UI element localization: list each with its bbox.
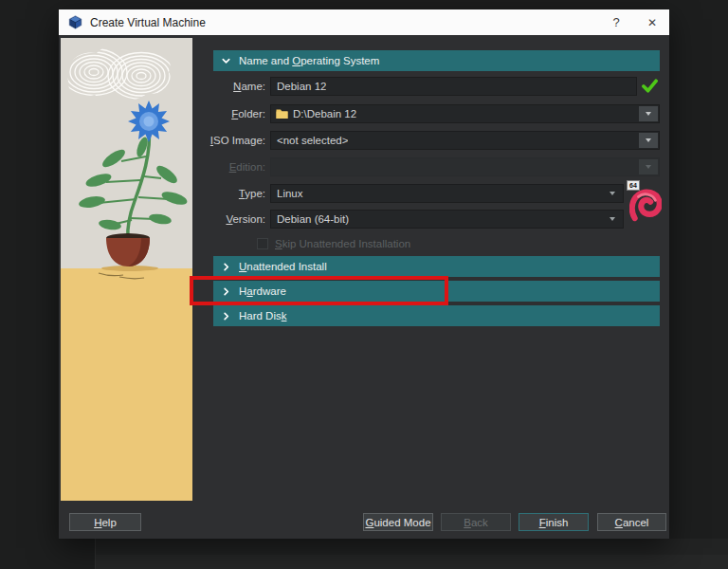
cancel-button[interactable]: Cancel: [597, 513, 666, 531]
edition-dropdown-button: [639, 159, 658, 174]
folder-value: D:\Debain 12: [288, 108, 356, 119]
section-header-name-os[interactable]: Name and Operating System: [213, 50, 660, 71]
chevron-down-icon: [221, 56, 231, 66]
background-window-edge: [95, 539, 96, 569]
section-label: Name and Operating System: [239, 55, 379, 66]
background-window-region: [95, 555, 728, 569]
version-value: Debian (64-bit): [271, 213, 349, 225]
type-dropdown-button[interactable]: [603, 186, 622, 201]
64bit-badge: 64: [627, 180, 640, 191]
skip-unattended-row: Skip Unattended Installation: [257, 237, 410, 250]
skip-unattended-checkbox: [257, 238, 268, 249]
section-label: Hard Disk: [239, 310, 286, 321]
virtualbox-logo-icon: [68, 15, 82, 29]
iso-dropdown-button[interactable]: [639, 133, 658, 148]
guided-mode-button[interactable]: Guided Mode: [363, 513, 433, 531]
type-field[interactable]: Linux: [270, 184, 624, 203]
desktop-background: Create Virtual Machine ? ✕: [0, 0, 728, 569]
debian-os-icon: 64: [627, 180, 664, 224]
type-value: Linux: [271, 188, 303, 199]
background-window-region: [95, 539, 728, 555]
folder-label: Folder:: [173, 104, 265, 123]
valid-check-icon: [642, 79, 658, 97]
iso-image-field[interactable]: <not selected>: [270, 131, 660, 150]
title-bar: Create Virtual Machine ? ✕: [59, 9, 669, 35]
chevron-down-icon: [646, 165, 651, 169]
window-close-button[interactable]: ✕: [637, 9, 667, 35]
finish-button[interactable]: Finish: [519, 513, 589, 531]
folder-field[interactable]: D:\Debain 12: [270, 104, 660, 123]
name-value: Debian 12: [271, 81, 326, 92]
section-header-unattended-install[interactable]: Unattended Install: [213, 256, 660, 277]
edition-field: [270, 157, 660, 176]
window-title: Create Virtual Machine: [90, 16, 206, 29]
folder-dropdown-button[interactable]: [639, 106, 658, 121]
name-label: Name:: [173, 77, 265, 96]
back-button: Back: [441, 513, 511, 531]
folder-icon: [276, 108, 288, 119]
section-label: Unattended Install: [239, 261, 327, 272]
highlight-rectangle: [190, 276, 448, 305]
edition-label: Edition:: [173, 157, 265, 176]
version-dropdown-button[interactable]: [603, 211, 622, 227]
version-label: Version:: [173, 210, 265, 229]
section-header-hard-disk[interactable]: Hard Disk: [213, 305, 660, 326]
skip-unattended-label: Skip Unattended Installation: [275, 238, 410, 249]
name-field[interactable]: Debian 12: [270, 77, 637, 96]
chevron-right-icon: [221, 262, 231, 272]
window-help-button[interactable]: ?: [601, 9, 631, 35]
debian-swirl-icon: [629, 186, 662, 226]
type-label: Type:: [173, 184, 265, 203]
chevron-down-icon: [646, 138, 651, 142]
chevron-right-icon: [221, 311, 231, 321]
chevron-down-icon: [610, 192, 615, 195]
help-button[interactable]: Help: [69, 513, 141, 531]
iso-value: <not selected>: [271, 135, 348, 146]
iso-label: ISO Image:: [173, 131, 265, 150]
chevron-down-icon: [646, 112, 651, 116]
chevron-down-icon: [610, 217, 615, 221]
create-vm-dialog: Create Virtual Machine ? ✕: [59, 9, 669, 539]
version-field[interactable]: Debian (64-bit): [270, 210, 624, 229]
